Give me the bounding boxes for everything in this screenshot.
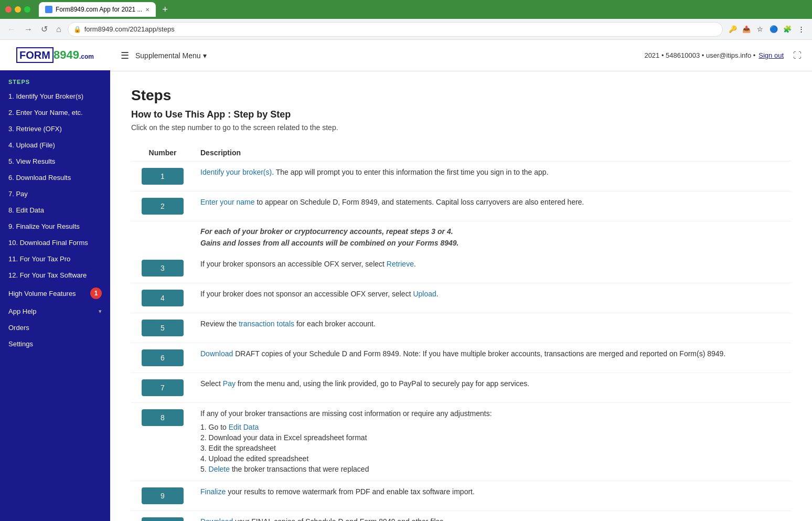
sidebar: FORM8949.com STEPS 1. Identify Your Brok… — [0, 40, 110, 521]
identify-broker-link[interactable]: Identify your broker(s) — [200, 168, 272, 176]
logo-form-text: FORM — [16, 47, 54, 63]
sidebar-item-label: 8. Edit Data — [8, 206, 44, 214]
page-description: Click on the step number to go to the sc… — [131, 123, 791, 132]
logo[interactable]: FORM8949.com — [0, 40, 110, 70]
sidebar-item-label: 7. Pay — [8, 190, 28, 198]
minimize-dot[interactable] — [15, 6, 21, 13]
sidebar-item-finalize-results[interactable]: 9. Finalize Your Results — [0, 218, 110, 235]
transaction-totals-link[interactable]: transaction totals — [239, 320, 294, 328]
app-header: ☰ Supplemental Menu ▾ 2021 • 548610003 •… — [110, 40, 812, 71]
extension-icon[interactable]: 🔵 — [768, 24, 779, 35]
sidebar-item-for-tax-software[interactable]: 12. For Your Tax Software — [0, 267, 110, 283]
sidebar-item-download-results[interactable]: 6. Download Results — [0, 169, 110, 186]
sidebar-item-identify-broker[interactable]: 1. Identify Your Broker(s) — [0, 88, 110, 104]
finalize-link[interactable]: Finalize — [200, 487, 226, 496]
step-1-description: Identify your broker(s). The app will pr… — [194, 162, 791, 192]
step-5-button[interactable]: 5 — [142, 320, 184, 336]
download-draft-link[interactable]: Download — [200, 349, 233, 358]
edit-data-link[interactable]: Edit Data — [229, 423, 259, 431]
list-item: Upload the edited spreadsheet — [200, 453, 785, 464]
header-left: ☰ Supplemental Menu ▾ — [121, 50, 207, 61]
main-content: ☰ Supplemental Menu ▾ 2021 • 548610003 •… — [110, 40, 812, 521]
delete-link[interactable]: Delete — [209, 465, 230, 473]
expand-icon[interactable]: ⛶ — [793, 51, 802, 60]
sidebar-item-download-final-forms[interactable]: 10. Download Final Forms — [0, 235, 110, 251]
chevron-down-icon: ▾ — [99, 308, 102, 315]
sidebar-item-label: 4. Upload (File) — [8, 141, 55, 149]
chevron-down-icon: ▾ — [203, 51, 207, 60]
table-row: 1 Identify your broker(s). The app will … — [131, 162, 791, 192]
home-button[interactable]: ⌂ — [54, 23, 63, 36]
table-row: 5 Review the transaction totals for each… — [131, 313, 791, 343]
hamburger-icon[interactable]: ☰ — [121, 50, 129, 61]
sidebar-item-label: 9. Finalize Your Results — [8, 222, 80, 230]
logo-com-text: .com — [79, 53, 94, 60]
step-8-button[interactable]: 8 — [142, 409, 184, 426]
sidebar-item-orders[interactable]: Orders — [0, 320, 110, 336]
content-area: Steps How to Use This App : Step by Step… — [110, 71, 812, 521]
step-9-button[interactable]: 9 — [142, 487, 184, 504]
sidebar-item-high-volume-features[interactable]: High Volume Features 1 — [0, 283, 110, 303]
step-2-description: Enter your name to appear on Schedule D,… — [194, 192, 791, 221]
tab-favicon — [45, 6, 52, 13]
step-6-description: Download DRAFT copies of your Schedule D… — [194, 343, 791, 373]
sidebar-item-view-results[interactable]: 5. View Results — [0, 153, 110, 169]
retrieve-link[interactable]: Retrieve — [387, 260, 414, 268]
tab-close-button[interactable]: ✕ — [145, 7, 149, 13]
browser-tab[interactable]: Form8949.com App for 2021 ... ✕ — [39, 2, 156, 17]
enter-name-link[interactable]: Enter your name — [200, 198, 255, 206]
step-3-button[interactable]: 3 — [142, 260, 184, 277]
supplemental-menu-label: Supplemental Menu — [135, 51, 201, 60]
sidebar-item-enter-name[interactable]: 2. Enter Your Name, etc. — [0, 104, 110, 121]
step-3-description: If your broker sponsors an accessible OF… — [194, 253, 791, 283]
sidebar-item-upload-file[interactable]: 4. Upload (File) — [0, 137, 110, 153]
forward-button[interactable]: → — [22, 23, 35, 36]
session-info: 2021 • 548610003 • user@itips.info • — [644, 51, 755, 59]
browser-dots — [5, 6, 30, 13]
logo-8949-text: 8949 — [54, 48, 79, 61]
sidebar-item-retrieve-ofx[interactable]: 3. Retrieve (OFX) — [0, 121, 110, 137]
sidebar-item-label: 10. Download Final Forms — [8, 239, 88, 247]
app-container: FORM8949.com STEPS 1. Identify Your Brok… — [0, 40, 812, 521]
sidebar-item-label: 6. Download Results — [8, 174, 71, 182]
upload-link[interactable]: Upload — [413, 290, 436, 298]
bookmark-icon[interactable]: ☆ — [754, 24, 766, 35]
step-6-button[interactable]: 6 — [142, 349, 184, 366]
high-volume-badge: 1 — [90, 288, 102, 299]
steps-section-label: STEPS — [0, 70, 110, 88]
table-row: 6 Download DRAFT copies of your Schedule… — [131, 343, 791, 373]
sidebar-item-app-help[interactable]: App Help ▾ — [0, 303, 110, 320]
step-1-button[interactable]: 1 — [142, 168, 184, 185]
step-7-description: Select Pay from the menu and, using the … — [194, 373, 791, 402]
sidebar-item-label: High Volume Features — [8, 290, 76, 297]
share-icon[interactable]: 📤 — [741, 24, 752, 35]
step-7-button[interactable]: 7 — [142, 379, 184, 396]
table-row: 4 If your broker does not sponsor an acc… — [131, 283, 791, 313]
sidebar-item-label: 5. View Results — [8, 157, 55, 165]
sidebar-item-for-tax-pro[interactable]: 11. For Your Tax Pro — [0, 251, 110, 267]
new-tab-button[interactable]: + — [162, 4, 168, 15]
sidebar-item-pay[interactable]: 7. Pay — [0, 186, 110, 202]
step-10-button[interactable]: 10 — [142, 517, 184, 521]
step-8-description: If any of your broker transactions are m… — [194, 402, 791, 481]
sidebar-item-label: 2. Enter Your Name, etc. — [8, 109, 83, 116]
steps-table: Number Description 1 Identify your broke… — [131, 144, 791, 521]
page-subtitle: How to Use This App : Step by Step — [131, 109, 791, 120]
step-4-button[interactable]: 4 — [142, 290, 184, 306]
step-10-description: Download your FINAL copies of Schedule D… — [194, 511, 791, 521]
sidebar-item-settings[interactable]: Settings — [0, 336, 110, 352]
menu-icon[interactable]: ⋮ — [795, 24, 807, 35]
download-final-link[interactable]: Download — [200, 517, 233, 521]
sign-out-link[interactable]: Sign out — [758, 51, 784, 59]
supplemental-menu-button[interactable]: Supplemental Menu ▾ — [135, 51, 207, 60]
close-dot[interactable] — [5, 6, 12, 13]
extensions-button[interactable]: 🧩 — [782, 24, 793, 35]
sidebar-item-edit-data[interactable]: 8. Edit Data — [0, 202, 110, 218]
refresh-button[interactable]: ↺ — [39, 22, 50, 36]
pay-link[interactable]: Pay — [223, 379, 236, 388]
address-bar[interactable]: 🔒 form8949.com/2021app/steps — [68, 22, 723, 37]
back-button[interactable]: ← — [5, 23, 18, 36]
key-icon[interactable]: 🔑 — [727, 24, 739, 35]
step-2-button[interactable]: 2 — [142, 198, 184, 215]
maximize-dot[interactable] — [24, 6, 30, 13]
